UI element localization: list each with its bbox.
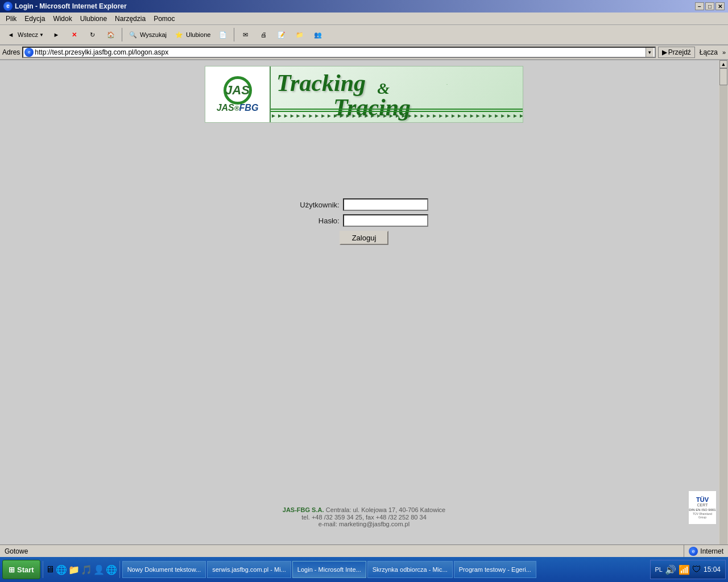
stop-button[interactable]: ✕: [66, 27, 83, 43]
username-input[interactable]: [343, 198, 428, 211]
login-form: Użytkownik: Hasło: Zaloguj: [300, 197, 428, 245]
arrow-row: ►►►►►►►►►►►►►►►►►►►►►►►►►►►►►►►►►►►►►►►►…: [271, 113, 523, 121]
scroll-thumb[interactable]: [719, 68, 727, 85]
status-zone: e Internet: [684, 545, 728, 556]
address-label: Adres: [2, 48, 20, 56]
jas-circle: JAS: [224, 76, 252, 105]
menu-edit[interactable]: Edycja: [21, 14, 48, 23]
username-label: Użytkownik:: [300, 197, 342, 213]
username-row: Użytkownik:: [300, 197, 428, 213]
menu-file[interactable]: Plik: [2, 14, 20, 23]
scroll-track[interactable]: [719, 68, 727, 548]
footer-company-line: JAS-FBG S.A. Centrala: ul. Kolejowa 17, …: [0, 506, 728, 514]
footer-company: JAS-FBG S.A.: [283, 506, 324, 513]
submit-cell: Zaloguj: [300, 228, 428, 245]
print-button[interactable]: 🖨: [255, 27, 272, 43]
go-button[interactable]: ▶ Przejdź: [658, 47, 695, 58]
tuv-logo: TÜV: [696, 496, 709, 503]
tuv-standard: DIN EN ISO 9001: [689, 508, 715, 512]
tuv-cert: CERT: [697, 503, 708, 507]
forward-button[interactable]: ►: [48, 27, 65, 43]
status-text: Gotowe: [0, 547, 684, 555]
separator-1: [122, 28, 122, 41]
tracking-word: Tracking: [276, 71, 366, 95]
fbg-logo-text: ®: [234, 105, 239, 113]
status-bar: Gotowe e Internet: [0, 544, 728, 556]
folder-button[interactable]: 📁: [291, 27, 308, 43]
footer-area: JAS-FBG S.A. Centrala: ul. Kolejowa 17, …: [0, 506, 728, 527]
address-dropdown-icon[interactable]: ▼: [646, 48, 653, 57]
go-label: Przejdź: [668, 48, 691, 56]
users-button[interactable]: 👥: [309, 27, 326, 43]
users-icon: 👥: [312, 29, 324, 40]
mail-icon: ✉: [239, 29, 251, 40]
links-expand-icon[interactable]: »: [722, 49, 726, 56]
history-icon: 📄: [217, 29, 229, 40]
tuv-group: TÜV Rheinland Group: [689, 512, 716, 519]
close-button[interactable]: ✕: [715, 2, 725, 10]
login-section: Użytkownik: Hasło: Zaloguj: [0, 197, 728, 245]
refresh-icon: ↻: [87, 29, 98, 40]
scroll-up-arrow[interactable]: ▲: [719, 60, 727, 68]
back-icon: ◄: [5, 29, 16, 40]
jas-logo-fbg: FBG: [239, 103, 259, 113]
ie-icon: e: [3, 2, 13, 11]
maximize-button[interactable]: □: [705, 2, 714, 10]
password-input[interactable]: [343, 214, 428, 227]
search-label: Wyszukaj: [140, 31, 167, 38]
password-cell: [343, 213, 428, 228]
go-arrow-icon: ▶: [662, 48, 667, 56]
back-label: Wstecz: [18, 31, 38, 38]
favorites-button[interactable]: ⭐ Ulubione: [171, 27, 213, 43]
arrow-chars: ►►►►►►►►►►►►►►►►►►►►►►►►►►►►►►►►►►►►►►►►…: [271, 113, 523, 121]
jas-logo-jas: JAS: [217, 103, 234, 113]
footer-phone: tel. +48 /32 359 34 25, fax +48 /32 252 …: [0, 514, 728, 521]
address-text: http://test.przesylki.jasfbg.com.pl/logo…: [35, 48, 645, 56]
back-dropdown-icon: ▼: [39, 32, 44, 38]
menu-help[interactable]: Pomoc: [150, 14, 178, 23]
search-icon: 🔍: [127, 29, 139, 40]
favorites-icon: ⭐: [173, 29, 185, 40]
tuv-badge: TÜV CERT DIN EN ISO 9001 TÜV Rheinland G…: [688, 490, 717, 525]
mail-button[interactable]: ✉: [237, 27, 254, 43]
scrollbar-right: ▲ ▼: [719, 60, 728, 556]
folder-icon: 📁: [294, 29, 305, 40]
menu-favorites[interactable]: Ulubione: [77, 14, 110, 23]
edit-icon: 📝: [276, 29, 287, 40]
title-bar-left: e Login - Microsoft Internet Explorer: [3, 2, 127, 11]
title-bar-controls[interactable]: − □ ✕: [695, 2, 725, 10]
back-button[interactable]: ◄ Wstecz ▼: [2, 27, 47, 43]
history-button[interactable]: 📄: [214, 27, 231, 43]
separator-2: [234, 28, 234, 41]
green-lines: [271, 109, 523, 112]
refresh-button[interactable]: ↻: [84, 27, 101, 43]
edit-button[interactable]: 📝: [273, 27, 290, 43]
password-label: Hasło:: [300, 213, 342, 228]
submit-row: Zaloguj: [300, 228, 428, 245]
footer-address: Centrala: ul. Kolejowa 17, 40-706 Katowi…: [326, 506, 445, 513]
address-input-wrap[interactable]: e http://test.przesylki.jasfbg.com.pl/lo…: [22, 47, 655, 58]
company-logo: JAS JAS ® FBG: [205, 66, 271, 122]
search-button[interactable]: 🔍 Wyszukaj: [125, 27, 169, 43]
toolbar: ◄ Wstecz ▼ ► ✕ ↻ 🏠 🔍 Wyszukaj ⭐ Ulubione…: [0, 25, 728, 45]
password-row: Hasło:: [300, 213, 428, 228]
links-label[interactable]: Łącza: [697, 48, 720, 57]
jas-text-jas: JAS: [225, 83, 250, 98]
login-button[interactable]: Zaloguj: [340, 231, 389, 245]
zone-label: Internet: [700, 547, 723, 555]
stop-icon: ✕: [69, 29, 80, 40]
banner-content: Tracking & Tracing ►►►►►►►►►►►►►►►►►►►►►…: [271, 66, 523, 122]
home-icon: 🏠: [105, 29, 117, 40]
footer-email: e-mail: marketing@jasfbg.com.pl: [0, 521, 728, 527]
internet-icon: e: [689, 547, 698, 556]
page-icon: e: [24, 48, 34, 57]
minimize-button[interactable]: −: [695, 2, 704, 10]
menu-view[interactable]: Widok: [49, 14, 75, 23]
menu-bar: Plik Edycja Widok Ulubione Narzędzia Pom…: [0, 13, 728, 25]
menu-tools[interactable]: Narzędzia: [111, 14, 149, 23]
banner: JAS JAS ® FBG Tracking & Tracing: [205, 66, 523, 123]
home-button[interactable]: 🏠: [102, 27, 119, 43]
address-bar: Adres e http://test.przesylki.jasfbg.com…: [0, 45, 728, 60]
forward-icon: ►: [51, 29, 62, 40]
favorites-label: Ulubione: [186, 31, 210, 38]
